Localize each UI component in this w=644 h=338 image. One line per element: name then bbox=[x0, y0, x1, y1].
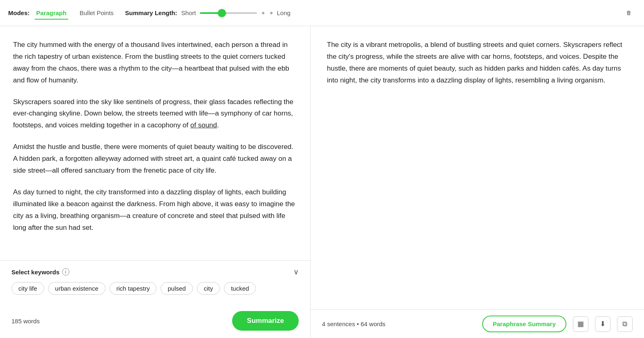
summarize-button[interactable]: Summarize bbox=[232, 311, 299, 331]
trash-button[interactable]: 🗑 bbox=[621, 6, 636, 20]
info-icon[interactable]: i bbox=[62, 268, 69, 276]
slider-track[interactable] bbox=[200, 12, 257, 14]
toolbar: Modes: Paragraph Bullet Points Summary L… bbox=[0, 0, 644, 26]
bar-chart-icon: ▦ bbox=[577, 320, 584, 328]
keywords-label-text: Select keywords bbox=[11, 269, 60, 276]
chevron-down-icon[interactable]: ∨ bbox=[293, 267, 299, 276]
keyword-chip-5[interactable]: tucked bbox=[224, 282, 256, 295]
keywords-header: Select keywords i ∨ bbox=[11, 267, 299, 276]
keywords-section: Select keywords i ∨ city life urban exis… bbox=[0, 260, 310, 306]
summary-text-area: The city is a vibrant metropolis, a blen… bbox=[311, 26, 644, 309]
length-long-label: Long bbox=[277, 9, 290, 16]
copy-button[interactable]: ⧉ bbox=[617, 316, 633, 332]
keywords-list: city life urban existence rich tapestry … bbox=[11, 282, 299, 295]
word-count: 185 words bbox=[11, 318, 40, 325]
summary-length-label: Summary Length: bbox=[125, 9, 177, 16]
stats-text: 4 sentences • 64 words bbox=[322, 320, 476, 327]
paragraph-1: The city hummed with the energy of a tho… bbox=[13, 39, 297, 87]
left-panel: The city hummed with the energy of a tho… bbox=[0, 26, 311, 338]
bar-chart-button[interactable]: ▦ bbox=[573, 316, 588, 332]
keywords-title: Select keywords i bbox=[11, 268, 69, 276]
keyword-chip-2[interactable]: rich tapestry bbox=[110, 282, 157, 295]
modes-label: Modes: bbox=[8, 9, 30, 16]
keyword-chip-4[interactable]: city bbox=[197, 282, 220, 295]
right-panel: The city is a vibrant metropolis, a blen… bbox=[311, 26, 644, 338]
slider-dot-1 bbox=[262, 12, 264, 14]
download-icon: ⬇ bbox=[600, 320, 606, 328]
mode-bullet-tab[interactable]: Bullet Points bbox=[78, 7, 115, 20]
length-short-label: Short bbox=[181, 9, 196, 16]
right-footer: 4 sentences • 64 words Paraphrase Summar… bbox=[311, 309, 644, 338]
trash-icon: 🗑 bbox=[626, 10, 631, 16]
length-slider[interactable] bbox=[200, 12, 273, 14]
download-button[interactable]: ⬇ bbox=[595, 316, 610, 332]
paragraph-2: Skyscrapers soared into the sky like sen… bbox=[13, 96, 297, 132]
slider-dot-2 bbox=[270, 12, 273, 14]
keyword-chip-1[interactable]: urban existence bbox=[48, 282, 105, 295]
copy-icon: ⧉ bbox=[622, 320, 627, 328]
underlined-text: of sound bbox=[190, 121, 217, 129]
paraphrase-summary-button[interactable]: Paraphrase Summary bbox=[482, 316, 566, 332]
slider-thumb[interactable] bbox=[218, 9, 226, 17]
paragraph-3: Amidst the hustle and bustle, there were… bbox=[13, 141, 297, 177]
input-text-area[interactable]: The city hummed with the energy of a tho… bbox=[0, 26, 310, 260]
keyword-chip-3[interactable]: pulsed bbox=[161, 282, 192, 295]
keyword-chip-0[interactable]: city life bbox=[11, 282, 44, 295]
slider-dots bbox=[262, 12, 273, 14]
mode-paragraph-tab[interactable]: Paragraph bbox=[35, 7, 68, 20]
left-footer: 185 words Summarize bbox=[0, 306, 310, 338]
paragraph-4: As day turned to night, the city transfo… bbox=[13, 187, 297, 234]
summary-text: The city is a vibrant metropolis, a blen… bbox=[327, 39, 628, 87]
main-content: The city hummed with the energy of a tho… bbox=[0, 26, 644, 338]
